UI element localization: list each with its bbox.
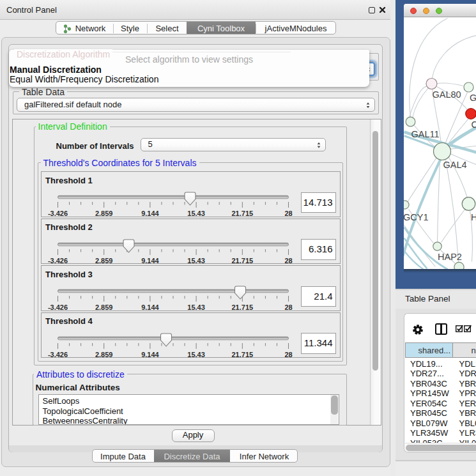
svg-text:15.43: 15.43	[187, 210, 205, 217]
svg-text:21.715: 21.715	[231, 350, 253, 358]
svg-text:HAP2: HAP2	[438, 251, 462, 261]
svg-text:28: 28	[284, 303, 292, 311]
svg-text:-3.426: -3.426	[47, 210, 67, 217]
svg-text:GCY1: GCY1	[404, 212, 429, 222]
svg-text:2.859: 2.859	[95, 210, 112, 217]
svg-text:15.43: 15.43	[187, 350, 205, 358]
svg-text:9.144: 9.144	[141, 210, 159, 217]
svg-text:9.144: 9.144	[141, 256, 159, 264]
svg-text:9.144: 9.144	[141, 303, 159, 311]
svg-text:GA: GA	[470, 92, 476, 102]
svg-text:2.859: 2.859	[95, 303, 112, 311]
svg-text:9.144: 9.144	[141, 350, 159, 358]
svg-text:21.715: 21.715	[231, 256, 253, 264]
svg-text:H: H	[471, 212, 476, 222]
svg-text:28: 28	[284, 256, 292, 264]
svg-text:-3.426: -3.426	[47, 350, 67, 358]
svg-text:GAL4: GAL4	[443, 159, 466, 169]
svg-text:28: 28	[284, 210, 292, 217]
svg-text:GAL80: GAL80	[432, 89, 461, 99]
svg-text:GAL11: GAL11	[411, 128, 439, 139]
svg-text:2.859: 2.859	[95, 256, 112, 264]
svg-text:-3.426: -3.426	[47, 303, 67, 311]
svg-text:-3.426: -3.426	[47, 256, 67, 264]
svg-text:15.43: 15.43	[187, 303, 205, 311]
svg-text:2.859: 2.859	[95, 350, 112, 358]
svg-text:28: 28	[284, 350, 292, 358]
svg-text:21.715: 21.715	[231, 303, 253, 311]
svg-text:C: C	[471, 119, 476, 129]
svg-text:15.43: 15.43	[187, 256, 205, 264]
svg-text:21.715: 21.715	[231, 210, 253, 217]
